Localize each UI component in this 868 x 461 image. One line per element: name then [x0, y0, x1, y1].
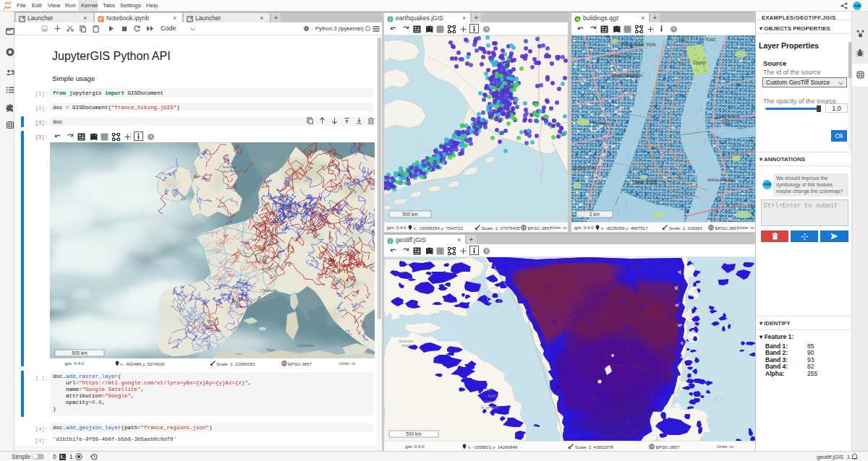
svg-text:2 km: 2 km: [590, 212, 600, 217]
svg-text:upon Tyne: upon Tyne: [222, 170, 237, 173]
svg-text:East: East: [706, 37, 715, 42]
svg-text:500 km: 500 km: [406, 431, 421, 436]
svg-text:Upper: Upper: [693, 60, 707, 66]
svg-text:Long Island: Long Island: [716, 114, 740, 120]
svg-text:City: City: [722, 121, 731, 126]
svg-text:West New York: West New York: [621, 41, 656, 48]
svg-text:Oran: Oran: [208, 321, 216, 324]
svg-text:Island: Island: [401, 344, 411, 348]
svg-text:Jersey City: Jersey City: [571, 165, 597, 171]
svg-text:Île de Baffin: Île de Baffin: [481, 405, 501, 410]
svg-text:Williamsburg: Williamsburg: [707, 177, 733, 182]
svg-text:Alger: Alger: [267, 348, 275, 352]
svg-text:Up: Up: [678, 37, 685, 43]
svg-text:- Baffin: - Baffin: [485, 394, 497, 398]
svg-text:Newcastle: Newcastle: [222, 165, 237, 169]
svg-text:Constantine: Constantine: [297, 344, 315, 348]
svg-text:Island -: Island -: [484, 400, 496, 404]
svg-text:Marseille: Marseille: [263, 289, 278, 293]
svg-text:Weehawken: Weehawken: [611, 72, 642, 79]
svg-text:500 km: 500 km: [402, 212, 417, 217]
svg-text:Hoboken: Hoboken: [593, 121, 613, 126]
svg-text:Oran: Oran: [235, 352, 242, 356]
svg-text:Somerset: Somerset: [399, 340, 413, 343]
svg-text:Union City: Union City: [608, 53, 632, 59]
svg-text:New York: New York: [632, 179, 658, 186]
svg-text:500 km: 500 km: [72, 350, 87, 356]
svg-text:“pp”c: “pp”c: [485, 388, 493, 392]
svg-text:Hell: Hell: [665, 98, 672, 103]
